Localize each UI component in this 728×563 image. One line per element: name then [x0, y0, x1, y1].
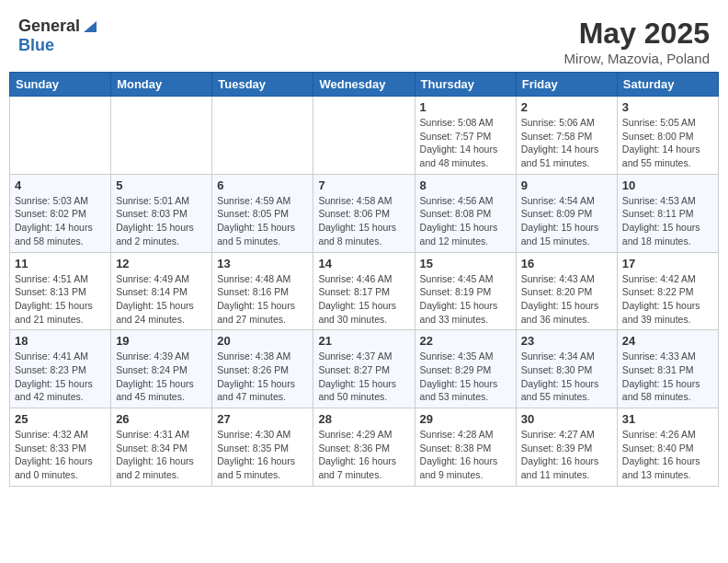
day-info: Sunrise: 5:06 AM Sunset: 7:58 PM Dayligh… — [521, 116, 612, 170]
day-info: Sunrise: 4:34 AM Sunset: 8:30 PM Dayligh… — [521, 350, 612, 404]
day-info: Sunrise: 4:51 AM Sunset: 8:13 PM Dayligh… — [15, 272, 106, 327]
day-of-week-header: Wednesday — [313, 73, 415, 97]
day-number: 7 — [318, 178, 409, 192]
calendar-header-row: SundayMondayTuesdayWednesdayThursdayFrid… — [10, 73, 719, 97]
day-info: Sunrise: 4:48 AM Sunset: 8:16 PM Dayligh… — [217, 272, 308, 327]
day-info: Sunrise: 4:27 AM Sunset: 8:39 PM Dayligh… — [521, 428, 612, 482]
day-info: Sunrise: 4:41 AM Sunset: 8:23 PM Dayligh… — [15, 350, 106, 404]
calendar-cell: 17Sunrise: 4:42 AM Sunset: 8:22 PM Dayli… — [617, 252, 718, 330]
day-number: 22 — [420, 334, 511, 348]
day-info: Sunrise: 4:59 AM Sunset: 8:05 PM Dayligh… — [217, 194, 308, 248]
day-info: Sunrise: 4:26 AM Sunset: 8:40 PM Dayligh… — [622, 428, 713, 482]
day-number: 27 — [217, 412, 308, 426]
title-section: May 2025 Mirow, Mazovia, Poland — [564, 17, 710, 66]
day-info: Sunrise: 4:53 AM Sunset: 8:11 PM Dayligh… — [622, 194, 713, 248]
day-of-week-header: Saturday — [617, 73, 718, 97]
day-info: Sunrise: 4:29 AM Sunset: 8:36 PM Dayligh… — [318, 428, 409, 482]
day-of-week-header: Sunday — [10, 73, 111, 97]
day-number: 31 — [622, 412, 713, 426]
day-of-week-header: Thursday — [415, 73, 516, 97]
calendar-cell: 18Sunrise: 4:41 AM Sunset: 8:23 PM Dayli… — [10, 330, 111, 408]
calendar-cell: 21Sunrise: 4:37 AM Sunset: 8:27 PM Dayli… — [313, 330, 415, 408]
calendar-body: 1Sunrise: 5:08 AM Sunset: 7:57 PM Daylig… — [10, 97, 719, 487]
day-info: Sunrise: 4:45 AM Sunset: 8:19 PM Dayligh… — [420, 272, 511, 327]
day-info: Sunrise: 4:35 AM Sunset: 8:29 PM Dayligh… — [420, 350, 511, 404]
calendar-cell — [10, 97, 111, 175]
day-info: Sunrise: 5:01 AM Sunset: 8:03 PM Dayligh… — [116, 194, 207, 248]
day-info: Sunrise: 4:58 AM Sunset: 8:06 PM Dayligh… — [318, 194, 409, 248]
calendar-cell: 28Sunrise: 4:29 AM Sunset: 8:36 PM Dayli… — [313, 408, 415, 487]
day-info: Sunrise: 4:56 AM Sunset: 8:08 PM Dayligh… — [420, 194, 511, 248]
day-number: 21 — [318, 334, 409, 348]
calendar-cell: 4Sunrise: 5:03 AM Sunset: 8:02 PM Daylig… — [10, 174, 111, 252]
day-number: 10 — [622, 178, 713, 192]
day-info: Sunrise: 5:05 AM Sunset: 8:00 PM Dayligh… — [622, 116, 713, 170]
day-number: 2 — [521, 100, 612, 114]
logo-general: General — [18, 17, 80, 36]
calendar-cell — [313, 97, 415, 175]
calendar-cell: 3Sunrise: 5:05 AM Sunset: 8:00 PM Daylig… — [617, 97, 718, 175]
day-info: Sunrise: 4:28 AM Sunset: 8:38 PM Dayligh… — [420, 428, 511, 482]
day-number: 9 — [521, 178, 612, 192]
calendar-cell: 30Sunrise: 4:27 AM Sunset: 8:39 PM Dayli… — [516, 408, 617, 487]
day-number: 13 — [217, 257, 308, 270]
logo: General Blue — [18, 17, 98, 55]
day-number: 28 — [318, 412, 409, 426]
day-info: Sunrise: 4:49 AM Sunset: 8:14 PM Dayligh… — [116, 272, 207, 327]
day-number: 23 — [521, 334, 612, 348]
calendar-cell: 6Sunrise: 4:59 AM Sunset: 8:05 PM Daylig… — [212, 174, 313, 252]
day-number: 14 — [318, 257, 409, 270]
calendar-cell: 22Sunrise: 4:35 AM Sunset: 8:29 PM Dayli… — [415, 330, 516, 408]
calendar-cell: 1Sunrise: 5:08 AM Sunset: 7:57 PM Daylig… — [415, 97, 516, 175]
calendar-week-row: 4Sunrise: 5:03 AM Sunset: 8:02 PM Daylig… — [10, 174, 719, 252]
calendar-cell: 16Sunrise: 4:43 AM Sunset: 8:20 PM Dayli… — [516, 252, 617, 330]
day-number: 15 — [420, 257, 511, 270]
day-of-week-header: Friday — [516, 73, 617, 97]
calendar-cell: 2Sunrise: 5:06 AM Sunset: 7:58 PM Daylig… — [516, 97, 617, 175]
day-info: Sunrise: 4:33 AM Sunset: 8:31 PM Dayligh… — [622, 350, 713, 404]
calendar-cell: 27Sunrise: 4:30 AM Sunset: 8:35 PM Dayli… — [212, 408, 313, 487]
calendar-week-row: 25Sunrise: 4:32 AM Sunset: 8:33 PM Dayli… — [10, 408, 719, 487]
calendar-cell: 14Sunrise: 4:46 AM Sunset: 8:17 PM Dayli… — [313, 252, 415, 330]
calendar-week-row: 11Sunrise: 4:51 AM Sunset: 8:13 PM Dayli… — [10, 252, 719, 330]
calendar-week-row: 1Sunrise: 5:08 AM Sunset: 7:57 PM Daylig… — [10, 97, 719, 175]
calendar-cell: 7Sunrise: 4:58 AM Sunset: 8:06 PM Daylig… — [313, 174, 415, 252]
day-of-week-header: Tuesday — [212, 73, 313, 97]
day-of-week-header: Monday — [111, 73, 212, 97]
day-number: 26 — [116, 412, 207, 426]
day-info: Sunrise: 4:38 AM Sunset: 8:26 PM Dayligh… — [217, 350, 308, 404]
calendar-cell: 9Sunrise: 4:54 AM Sunset: 8:09 PM Daylig… — [516, 174, 617, 252]
day-number: 8 — [420, 178, 511, 192]
day-number: 16 — [521, 257, 612, 270]
calendar-cell: 24Sunrise: 4:33 AM Sunset: 8:31 PM Dayli… — [617, 330, 718, 408]
calendar: SundayMondayTuesdayWednesdayThursdayFrid… — [9, 72, 719, 487]
calendar-cell: 19Sunrise: 4:39 AM Sunset: 8:24 PM Dayli… — [111, 330, 212, 408]
day-info: Sunrise: 4:42 AM Sunset: 8:22 PM Dayligh… — [622, 272, 713, 327]
svg-marker-0 — [84, 21, 97, 32]
day-info: Sunrise: 4:39 AM Sunset: 8:24 PM Dayligh… — [116, 350, 207, 404]
day-info: Sunrise: 4:30 AM Sunset: 8:35 PM Dayligh… — [217, 428, 308, 482]
day-info: Sunrise: 4:43 AM Sunset: 8:20 PM Dayligh… — [521, 272, 612, 327]
day-info: Sunrise: 4:37 AM Sunset: 8:27 PM Dayligh… — [318, 350, 409, 404]
calendar-cell: 25Sunrise: 4:32 AM Sunset: 8:33 PM Dayli… — [10, 408, 111, 487]
day-number: 30 — [521, 412, 612, 426]
day-number: 5 — [116, 178, 207, 192]
day-info: Sunrise: 4:31 AM Sunset: 8:34 PM Dayligh… — [116, 428, 207, 482]
calendar-week-row: 18Sunrise: 4:41 AM Sunset: 8:23 PM Dayli… — [10, 330, 719, 408]
logo-blue: Blue — [18, 36, 54, 54]
calendar-cell: 23Sunrise: 4:34 AM Sunset: 8:30 PM Dayli… — [516, 330, 617, 408]
calendar-cell: 26Sunrise: 4:31 AM Sunset: 8:34 PM Dayli… — [111, 408, 212, 487]
header: General Blue May 2025 Mirow, Mazovia, Po… — [9, 9, 719, 72]
day-number: 1 — [420, 100, 511, 114]
location: Mirow, Mazovia, Poland — [564, 51, 710, 66]
day-info: Sunrise: 4:32 AM Sunset: 8:33 PM Dayligh… — [15, 428, 106, 482]
calendar-cell: 12Sunrise: 4:49 AM Sunset: 8:14 PM Dayli… — [111, 252, 212, 330]
calendar-cell: 20Sunrise: 4:38 AM Sunset: 8:26 PM Dayli… — [212, 330, 313, 408]
day-number: 12 — [116, 257, 207, 270]
day-number: 19 — [116, 334, 207, 348]
day-info: Sunrise: 4:46 AM Sunset: 8:17 PM Dayligh… — [318, 272, 409, 327]
calendar-cell: 29Sunrise: 4:28 AM Sunset: 8:38 PM Dayli… — [415, 408, 516, 487]
day-number: 17 — [622, 257, 713, 270]
day-info: Sunrise: 5:08 AM Sunset: 7:57 PM Dayligh… — [420, 116, 511, 170]
calendar-cell: 15Sunrise: 4:45 AM Sunset: 8:19 PM Dayli… — [415, 252, 516, 330]
